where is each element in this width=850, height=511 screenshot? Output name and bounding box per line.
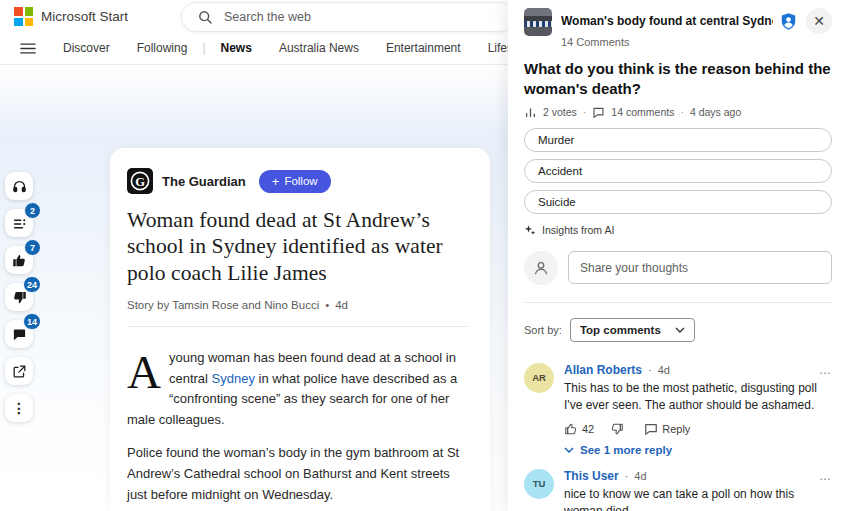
nav-item-australia-news[interactable]: Australia News xyxy=(279,41,359,55)
upvote-button[interactable]: 7 xyxy=(5,246,33,274)
dislike-button[interactable] xyxy=(610,422,628,436)
summarize-badge: 2 xyxy=(24,202,41,219)
article-divider xyxy=(127,326,468,327)
share-icon xyxy=(12,364,27,379)
chevron-down-icon xyxy=(564,447,574,453)
avatar: AR xyxy=(524,363,554,393)
comment-composer xyxy=(524,251,832,285)
poll-stats: 2 votes · 14 comments · 4 days ago xyxy=(524,106,832,119)
byline-age: 4d xyxy=(335,299,348,311)
thumbs-down-icon xyxy=(12,290,27,305)
comment-text: nice to know we can take a poll on how t… xyxy=(564,486,832,511)
see-more-replies[interactable]: See 1 more reply xyxy=(564,444,832,456)
verified-shield-icon xyxy=(779,12,798,31)
ai-insights-label: Insights from AI xyxy=(542,224,614,236)
reply-label: Reply xyxy=(662,423,690,435)
comment-separator: · xyxy=(625,470,629,482)
comment-author[interactable]: Allan Roberts xyxy=(564,363,642,377)
like-button[interactable]: 42 xyxy=(564,422,594,436)
more-options-button[interactable]: ⋮ xyxy=(5,394,33,422)
plus-icon: + xyxy=(272,175,280,188)
reply-bubble-icon xyxy=(644,422,658,436)
headphones-icon xyxy=(12,179,27,194)
downvote-button[interactable]: 24 xyxy=(5,283,33,311)
article-byline: Story by Tamsin Rose and Nino Bucci • 4d xyxy=(127,299,470,311)
thumbs-down-icon xyxy=(610,422,624,436)
article-paragraph-2: Police found the woman’s body in the gym… xyxy=(127,443,470,505)
search-input[interactable] xyxy=(224,10,499,24)
publisher-row: G The Guardian + Follow xyxy=(127,168,470,194)
comments-button[interactable]: 14 xyxy=(5,320,33,348)
sort-row: Sort by: Top comments xyxy=(524,318,832,342)
comment-icon xyxy=(12,327,27,342)
search-bar[interactable] xyxy=(181,2,515,32)
sydney-link[interactable]: Sydney xyxy=(212,371,255,386)
poll-comment-count: 14 comments xyxy=(611,106,674,118)
comment-text: This has to be the most pathetic, disgus… xyxy=(564,380,832,415)
search-icon xyxy=(197,9,213,25)
microsoft-logo-icon xyxy=(14,7,33,26)
comments-badge: 14 xyxy=(23,313,41,330)
reply-button[interactable]: Reply xyxy=(644,422,690,436)
ai-insights[interactable]: Insights from AI xyxy=(524,224,832,236)
guardian-logo-icon: G xyxy=(127,168,153,194)
poll-age: 4 days ago xyxy=(690,106,741,118)
byline-text: Story by Tamsin Rose and Nino Bucci xyxy=(127,299,319,311)
comment-item: TU This User · 4d … nice to know we can … xyxy=(524,469,832,511)
comment-input[interactable] xyxy=(568,251,832,284)
comment-separator: · xyxy=(648,364,652,376)
comments-panel: Woman's body found at central Sydney sch… xyxy=(508,0,850,511)
close-icon[interactable]: ✕ xyxy=(806,8,832,34)
main-nav: Discover Following | News Australia News… xyxy=(20,41,532,55)
panel-comments-count: 14 Comments xyxy=(561,36,832,48)
comment-age: 4d xyxy=(658,364,670,376)
downvote-badge: 24 xyxy=(23,276,41,293)
follow-button[interactable]: + Follow xyxy=(259,170,331,193)
avatar: TU xyxy=(524,469,554,499)
summarize-button[interactable]: 2 xyxy=(5,209,33,237)
share-button[interactable] xyxy=(5,357,33,385)
panel-title: Woman's body found at central Sydney sch… xyxy=(561,14,773,28)
article-headline: Woman found dead at St Andrew’s school i… xyxy=(127,207,470,286)
stats-separator: · xyxy=(680,106,684,118)
page: Microsoft Start Discover Following | New… xyxy=(0,0,850,511)
user-avatar xyxy=(524,251,558,285)
sort-dropdown[interactable]: Top comments xyxy=(570,318,695,342)
panel-header-text: Woman's body found at central Sydney sch… xyxy=(561,8,832,48)
comment-more-icon[interactable]: … xyxy=(819,473,832,480)
more-vertical-icon: ⋮ xyxy=(12,401,26,415)
publisher-name[interactable]: The Guardian xyxy=(162,174,246,189)
upvote-badge: 7 xyxy=(24,239,41,256)
panel-divider xyxy=(524,302,832,303)
panel-header: Woman's body found at central Sydney sch… xyxy=(524,8,832,48)
listen-button[interactable] xyxy=(5,172,33,200)
comment-author[interactable]: This User xyxy=(564,469,619,483)
thumbs-up-icon xyxy=(564,422,578,436)
poll-votes: 2 votes xyxy=(543,106,577,118)
poll-option-murder[interactable]: Murder xyxy=(524,128,832,152)
poll-bars-icon xyxy=(524,106,537,119)
nav-item-news[interactable]: News xyxy=(221,41,252,55)
drop-cap: A xyxy=(127,348,169,392)
stats-separator: · xyxy=(583,106,587,118)
thumbs-up-icon xyxy=(12,253,27,268)
comment-item: AR Allan Roberts · 4d … This has to be t… xyxy=(524,363,832,456)
article-thumbnail xyxy=(524,8,552,36)
nav-item-following[interactable]: Following xyxy=(137,41,188,55)
comment-more-icon[interactable]: … xyxy=(819,367,832,374)
see-more-label: See 1 more reply xyxy=(580,444,672,456)
poll-option-suicide[interactable]: Suicide xyxy=(524,190,832,214)
poll-option-accident[interactable]: Accident xyxy=(524,159,832,183)
summarize-icon xyxy=(12,216,27,231)
nav-item-discover[interactable]: Discover xyxy=(63,41,110,55)
follow-label: Follow xyxy=(284,175,317,187)
comment-bubble-icon xyxy=(592,106,605,119)
nav-item-entertainment[interactable]: Entertainment xyxy=(386,41,461,55)
poll-question: What do you think is the reason behind t… xyxy=(524,59,832,99)
brand-name: Microsoft Start xyxy=(41,9,128,24)
brand[interactable]: Microsoft Start xyxy=(14,7,128,26)
poll-options: Murder Accident Suicide xyxy=(524,128,832,214)
chevron-down-icon xyxy=(675,327,685,333)
sort-value: Top comments xyxy=(580,324,661,336)
menu-icon[interactable] xyxy=(20,42,36,55)
